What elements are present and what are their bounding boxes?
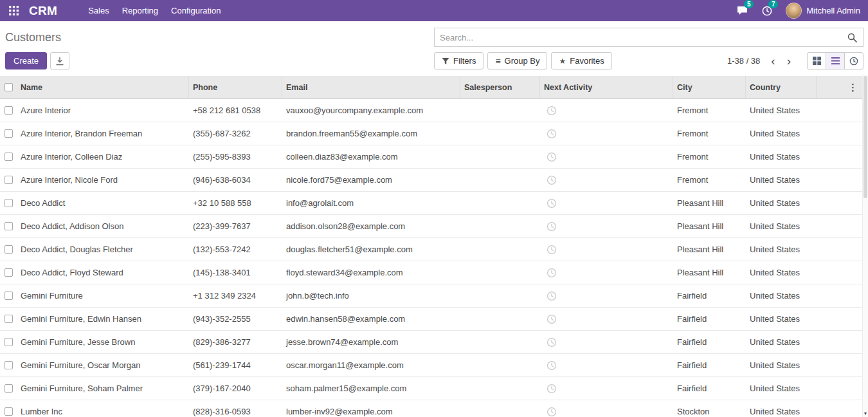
- cell-salesperson: [460, 215, 540, 237]
- next-activity-clock-icon[interactable]: [547, 106, 557, 116]
- cell-salesperson: [460, 377, 540, 400]
- pager-previous-button[interactable]: ‹: [765, 54, 781, 68]
- cell-email: vauxoo@yourcompany.example.com: [282, 99, 460, 122]
- scroll-down-arrow[interactable]: ▼: [863, 411, 868, 416]
- pager-next-button[interactable]: ›: [781, 54, 797, 68]
- cell-city: Fremont: [673, 122, 746, 145]
- cell-country: United States: [746, 192, 817, 214]
- table-row[interactable]: Azure Interior +58 212 681 0538 vauxoo@y…: [0, 99, 868, 122]
- row-checkbox[interactable]: [5, 222, 13, 230]
- next-activity-clock-icon[interactable]: [547, 175, 557, 185]
- row-checkbox[interactable]: [5, 199, 13, 207]
- next-activity-clock-icon[interactable]: [547, 129, 557, 139]
- cell-next-activity: [540, 215, 673, 237]
- cell-country: United States: [746, 354, 817, 376]
- activities-badge: 7: [768, 0, 778, 8]
- cell-email: jesse.brown74@example.com: [282, 331, 460, 353]
- cell-email: info@agrolait.com: [282, 192, 460, 214]
- column-header-name[interactable]: Name: [17, 76, 189, 98]
- cell-phone: +32 10 588 558: [189, 192, 282, 214]
- filters-button[interactable]: Filters: [434, 52, 484, 70]
- next-activity-clock-icon[interactable]: [547, 384, 557, 394]
- create-button[interactable]: Create: [5, 52, 47, 70]
- table-row[interactable]: Gemini Furniture, Oscar Morgan (561)-239…: [0, 354, 868, 377]
- row-checkbox[interactable]: [5, 153, 13, 161]
- next-activity-clock-icon[interactable]: [547, 152, 557, 162]
- next-activity-clock-icon[interactable]: [547, 314, 557, 324]
- next-activity-clock-icon[interactable]: [547, 198, 557, 208]
- row-checkbox[interactable]: [5, 129, 13, 138]
- group-by-button[interactable]: ≡ Group By: [487, 52, 547, 70]
- table-row[interactable]: Deco Addict, Douglas Fletcher (132)-553-…: [0, 238, 868, 261]
- activity-view-button[interactable]: [844, 52, 863, 70]
- search-button[interactable]: [842, 33, 863, 42]
- table-row[interactable]: Gemini Furniture, Jesse Brown (829)-386-…: [0, 331, 868, 354]
- table-row[interactable]: Deco Addict, Floyd Steward (145)-138-340…: [0, 261, 868, 284]
- cell-city: Fairfield: [673, 308, 746, 330]
- filters-label: Filters: [453, 56, 476, 66]
- table-row[interactable]: Azure Interior, Colleen Diaz (255)-595-8…: [0, 145, 868, 169]
- next-activity-clock-icon[interactable]: [547, 360, 557, 371]
- next-activity-clock-icon[interactable]: [547, 221, 557, 232]
- next-activity-clock-icon[interactable]: [547, 245, 557, 255]
- search-input[interactable]: [435, 33, 842, 42]
- row-checkbox[interactable]: [5, 407, 13, 416]
- cell-salesperson: [460, 122, 540, 145]
- scrollbar-thumb[interactable]: [863, 76, 867, 198]
- apps-grid-icon: [9, 6, 19, 15]
- next-activity-clock-icon[interactable]: [547, 268, 557, 278]
- cell-country: United States: [746, 331, 817, 353]
- app-name[interactable]: CRM: [29, 4, 57, 18]
- optional-columns-toggle[interactable]: ⋮: [842, 76, 864, 98]
- column-header-next-activity[interactable]: Next Activity: [540, 76, 673, 98]
- row-checkbox[interactable]: [5, 106, 13, 115]
- activities-button[interactable]: 7: [755, 3, 779, 19]
- row-checkbox[interactable]: [5, 361, 13, 369]
- row-checkbox[interactable]: [5, 315, 13, 323]
- cell-next-activity: [540, 145, 673, 168]
- row-checkbox[interactable]: [5, 292, 13, 300]
- cell-city: Fairfield: [673, 284, 746, 307]
- row-checkbox[interactable]: [5, 268, 13, 277]
- cell-country: United States: [746, 308, 817, 330]
- cell-city: Pleasant Hill: [673, 215, 746, 237]
- list-view-button[interactable]: [826, 52, 845, 70]
- cell-salesperson: [460, 238, 540, 261]
- kanban-view-button[interactable]: [807, 52, 826, 70]
- table-row[interactable]: Deco Addict +32 10 588 558 info@agrolait…: [0, 192, 868, 215]
- cell-country: United States: [746, 215, 817, 237]
- menu-sales[interactable]: Sales: [82, 3, 116, 19]
- column-header-country[interactable]: Country: [746, 76, 817, 98]
- favorites-button[interactable]: ★ Favorites: [551, 52, 611, 70]
- select-all-checkbox[interactable]: [5, 83, 13, 91]
- next-activity-clock-icon[interactable]: [547, 407, 557, 417]
- cell-email: colleen.diaz83@example.com: [282, 145, 460, 168]
- group-by-label: Group By: [505, 56, 540, 66]
- column-header-phone[interactable]: Phone: [189, 76, 282, 98]
- table-row[interactable]: Lumber Inc (828)-316-0593 lumber-inv92@e…: [0, 400, 868, 417]
- row-checkbox[interactable]: [5, 384, 13, 393]
- menu-reporting[interactable]: Reporting: [116, 3, 165, 19]
- table-row[interactable]: Gemini Furniture +1 312 349 2324 john.b@…: [0, 284, 868, 308]
- table-row[interactable]: Azure Interior, Nicole Ford (946)-638-60…: [0, 169, 868, 192]
- messages-button[interactable]: 5: [730, 3, 755, 19]
- next-activity-clock-icon[interactable]: [547, 291, 557, 301]
- row-checkbox[interactable]: [5, 176, 13, 184]
- row-checkbox[interactable]: [5, 245, 13, 254]
- table-row[interactable]: Deco Addict, Addison Olson (223)-399-763…: [0, 215, 868, 238]
- menu-configuration[interactable]: Configuration: [165, 3, 227, 19]
- column-header-email[interactable]: Email: [282, 76, 460, 98]
- column-header-salesperson[interactable]: Salesperson: [460, 76, 540, 98]
- cell-phone: (145)-138-3401: [189, 261, 282, 284]
- user-menu[interactable]: Mitchell Admin: [779, 3, 863, 19]
- table-row[interactable]: Azure Interior, Brandon Freeman (355)-68…: [0, 122, 868, 145]
- table-row[interactable]: Gemini Furniture, Edwin Hansen (943)-352…: [0, 308, 868, 331]
- next-activity-clock-icon[interactable]: [547, 337, 557, 348]
- table-row[interactable]: Gemini Furniture, Soham Palmer (379)-167…: [0, 377, 868, 400]
- cell-salesperson: [460, 400, 540, 417]
- row-checkbox[interactable]: [5, 338, 13, 346]
- vertical-scrollbar[interactable]: ▼: [862, 75, 868, 417]
- apps-menu-button[interactable]: [5, 3, 23, 18]
- column-header-city[interactable]: City: [673, 76, 746, 98]
- export-button[interactable]: [50, 52, 69, 70]
